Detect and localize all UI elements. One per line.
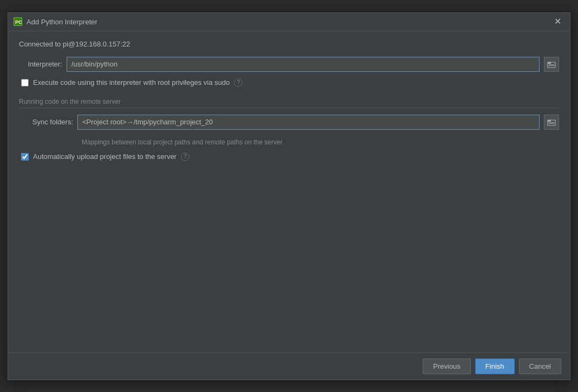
- bottom-bar: Previous Finish Cancel: [8, 353, 570, 380]
- add-python-interpreter-dialog: PC Add Python Interpreter ✕ Connected to…: [8, 12, 570, 380]
- auto-upload-label: Automatically upload project files to th…: [33, 152, 176, 161]
- sync-folders-label: Sync folders:: [19, 118, 73, 126]
- close-button[interactable]: ✕: [551, 16, 564, 27]
- interpreter-input[interactable]: [67, 57, 540, 72]
- interpreter-row: Interpreter:: [19, 57, 559, 72]
- dialog-content: Connected to pi@192.168.0.157:22 Interpr…: [8, 31, 570, 353]
- dialog-title: Add Python Interpreter: [27, 18, 97, 26]
- previous-button[interactable]: Previous: [423, 358, 471, 374]
- cancel-button[interactable]: Cancel: [519, 358, 561, 374]
- title-bar: PC Add Python Interpreter ✕: [8, 13, 570, 31]
- svg-rect-3: [548, 62, 551, 64]
- sync-folders-input[interactable]: [77, 115, 540, 130]
- mappings-hint: Mappings between local project paths and…: [82, 138, 559, 146]
- title-bar-left: PC Add Python Interpreter: [14, 17, 97, 26]
- svg-text:PC: PC: [15, 19, 22, 25]
- finish-button[interactable]: Finish: [475, 358, 515, 374]
- auto-upload-help-icon[interactable]: ?: [181, 152, 189, 161]
- dialog-icon: PC: [14, 17, 22, 26]
- svg-rect-9: [549, 123, 554, 124]
- section-header: Running code on the remote server: [19, 98, 559, 108]
- sudo-checkbox-row: Execute code using this interpreter with…: [21, 78, 559, 87]
- sync-folders-row: Sync folders:: [19, 115, 559, 130]
- content-spacer: [19, 168, 559, 344]
- connection-info: Connected to pi@192.168.0.157:22: [19, 40, 559, 48]
- auto-upload-checkbox[interactable]: [21, 153, 29, 161]
- svg-rect-5: [549, 65, 554, 66]
- svg-rect-8: [549, 122, 554, 123]
- interpreter-browse-button[interactable]: [544, 57, 559, 72]
- sudo-label: Execute code using this interpreter with…: [33, 78, 229, 87]
- svg-rect-7: [548, 120, 551, 122]
- interpreter-label: Interpreter:: [19, 60, 62, 68]
- sync-folders-browse-button[interactable]: [544, 115, 559, 130]
- auto-upload-checkbox-row: Automatically upload project files to th…: [21, 152, 559, 161]
- sudo-checkbox[interactable]: [21, 79, 29, 87]
- svg-rect-4: [549, 64, 554, 65]
- sudo-help-icon[interactable]: ?: [234, 78, 242, 87]
